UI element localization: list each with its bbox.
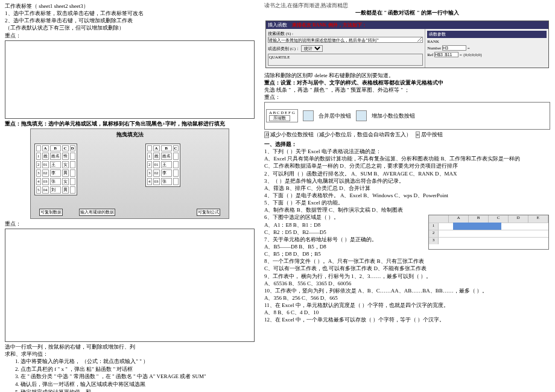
q11-opts: A、8 B、6 C、4 D、10 — [264, 309, 550, 316]
q3-opts: A、筛选 B、排序 C、分类汇总 D、合并计算 — [264, 185, 550, 192]
steps-list: 选中将要输入的单元格， （公式：就点击或输入" " ） 点击工具栏的 f " x… — [5, 358, 255, 392]
q9: 9、工作表中， 横向为行，行标号为 1、2、3……，最多可以到（ ）。 — [264, 273, 550, 280]
keypoint-label-2: 重点： — [5, 221, 21, 227]
increase-decimal-label: 增加小数位数按钮 — [372, 112, 415, 120]
q10: 10、工作表中，竖向为列，列标依次是 A、B、C……AA、AB……BA、BB……… — [264, 287, 550, 294]
tip3: （工作表默认状态下有三张，但可以增加或删除） — [5, 24, 255, 31]
row-col-tip: 选中一行或一列，按鼠标的右键，可删除或增加行、列 — [5, 343, 255, 350]
step-1: 选中将要输入的单元格， （公式：就点击或输入" " ） — [21, 358, 255, 365]
format-cell-keypoint: 重点：设置：对齐与居中、文字的样式、表格线框等都在设置单元格格式中 — [264, 79, 550, 86]
keypoint-label-3: 重点： — [264, 94, 281, 100]
rank-label: RANK — [427, 39, 439, 44]
q8: 8、一个工作簿文件（ ）。A、只有一张工作表 B、只有三张工作表 — [264, 258, 550, 265]
drag-fill-figure: 拖曳填充法 ABCD 1姓姓名性 201王女 302李男 403张女 504刘男… — [30, 128, 229, 219]
q1-opts-a: A、Excel 只具有简单的数据计算功能，不具有复杂运算、分析和图表功能 B、工… — [264, 155, 550, 162]
merge-center-icon — [303, 110, 314, 121]
decrease-decimal-label: 减少小数位数按钮（减少小数位后，数值会自动四舍五入） — [270, 131, 411, 138]
ref-input[interactable] — [434, 52, 458, 57]
tip1: 1、选中工作表标签，双击或单击右键，工作表标签可改名 — [5, 10, 255, 17]
fig-label-2: 输入有规律的数据 — [79, 209, 115, 216]
drag-fill-desc: 重点：拖曳填充：选中的单元格或区域，鼠标移到右下角出现黑色+字时，拖动鼠标进行填… — [5, 120, 255, 127]
step-4: 确认后，弹出一对话框，输入区域或表中将区域选黑 — [21, 381, 255, 388]
search-func-label: 搜索函数 (S) : — [268, 31, 423, 37]
merge-center-label: 合并居中按钮 — [319, 112, 351, 120]
toolbar-illustration: A B C D E F G压缩数 合并居中按钮 增加小数位数按钮 — [264, 102, 550, 130]
blank-box-2 — [5, 229, 255, 342]
number-label: Number — [427, 46, 441, 51]
delete-diff-note: 清除和删除的区别即 delete 和右键删除的区别要知道。 — [264, 72, 550, 79]
selection-figure: ABCDE 1 2 3 — [428, 215, 549, 250]
q3: 3、（ ）是把条件输入电脑就可以挑选出符合条件的记录。 — [264, 177, 550, 185]
q5: 5、下面（ ）不是 Excel 的功能。 — [264, 199, 550, 206]
func-dialog-tip: 一般都是在 " 函数对话框 " 的第一行中输入 — [264, 9, 550, 16]
number-input[interactable] — [442, 45, 466, 51]
category-label: 或选择类别 (C)： — [268, 46, 300, 51]
keypoint-label: 重点： — [5, 33, 21, 39]
q11: 11、在 Excel 中，单元格默认的宽度是（ ）个字符，也就是四个汉字的宽度。 — [264, 302, 550, 309]
decrease-decimal-icon: .0 — [264, 131, 269, 138]
fig-label-1: 可复制数据 — [39, 209, 63, 216]
drag-fill-text: 重点：拖曳填充：选中的单元格或区域，鼠标移到右下角出现黑色+字时，拖动鼠标进行填… — [5, 121, 225, 127]
q1: 1、下列（ ）关于 Excel 电子表格说法正确的是： — [264, 148, 550, 155]
q10-opts: A、356 B、256 C、566 D、665 — [264, 294, 550, 302]
figure-title: 拖曳填充法 — [31, 129, 229, 141]
q8-opts: C、可以有一张工作表，也 可以有多张工作表 D、不能有多张工作表 — [264, 265, 550, 272]
args-panel-title: 函数参数 — [427, 31, 547, 38]
step-5: 确定就完成的计算平均值、和 — [21, 388, 255, 392]
increase-decimal-icon — [356, 110, 367, 121]
q5-opts: A、制作表格 B、数据管理 C、制作演示文稿 D、绘制图表 — [264, 206, 550, 213]
function-listbox[interactable]: QUARTILE — [268, 54, 423, 66]
q12: 12、在 Excel 中，一个单元格最多可以存放（ ）个字符，等于（ ）个汉字。 — [264, 316, 550, 323]
step-3: 在 " 函数分类 " 中选 " 常用函数 " ，在 " 函数名 " 中选 A" … — [21, 373, 255, 381]
ref-label: Ref — [427, 52, 433, 57]
line-color-tip: 先选 线条 " ，再选 " 颜色 " ，再选 " 预置草图、外边框等 " ； — [264, 86, 550, 93]
sheet-tab-desc: 工作表标签（ sheet1 sheet2 sheet3） — [5, 2, 255, 10]
insert-function-dialog: 插入函数 来排名次 RANK 例外，方法如下： 搜索函数 (S) : 请输入一条… — [265, 21, 549, 68]
center-align-icon: ≡ — [416, 131, 420, 138]
q7-opts-b: C、B5；D8 D、D8；B5 — [264, 250, 550, 258]
fig-label-3: 可复制公式 — [197, 209, 220, 216]
q9-opts: A、65536 B、556 C、3365 D、60056 — [264, 280, 550, 287]
rank-method-note: 来排名次 RANK 例外，方法如下： — [292, 22, 367, 28]
sum-avg-title: 求和、求平均值： — [5, 350, 255, 358]
center-align-label: 居中按钮 — [421, 131, 443, 138]
blank-box-1 — [5, 40, 255, 119]
mini-table-header: A B C D E F G压缩数 — [266, 109, 298, 122]
step-2: 点击工具栏的 f " x " ，弹出 粘" 贴函数 " 对话框 — [21, 365, 255, 373]
mini-sheet-1: ABCD 1姓姓名性 201王女 302李男 403张女 504刘男 — [34, 144, 77, 195]
section-title: 一、选择题： — [264, 141, 550, 148]
q1-opts-b: C、工作表和数据清单是一样的 D、分类汇总之前，要求要先对分类项目进行排序 — [264, 162, 550, 169]
btn-row-2: .0 减少小数位数按钮（减少小数位后，数值会自动四舍五入） ≡ 居中按钮 — [264, 131, 550, 139]
mini-sheet-2: ABC 1姓姓名 201王 302李 403张 — [145, 144, 180, 187]
dialog-title: 插入函数 — [268, 22, 287, 28]
q4: 4、下面（ ）是电子表格软件。 A、Excel B、Windows C、wps … — [264, 192, 550, 199]
category-select[interactable]: 统计 — [301, 45, 323, 52]
search-hint-box[interactable]: 请输入一条简短的说明来描述您想做什么，然后单击"转到" — [268, 37, 423, 43]
page-header-quote: 读书之法,在循序而渐进,熟读而精思 — [264, 2, 550, 9]
tip2: 2、选中工作表标签单击右键，可以增加或删除工作表 — [5, 17, 255, 24]
q2: 2、可以利用（ ）函数进行排名次。 A、SUM B、AVERAGE C、RANK… — [264, 170, 550, 177]
